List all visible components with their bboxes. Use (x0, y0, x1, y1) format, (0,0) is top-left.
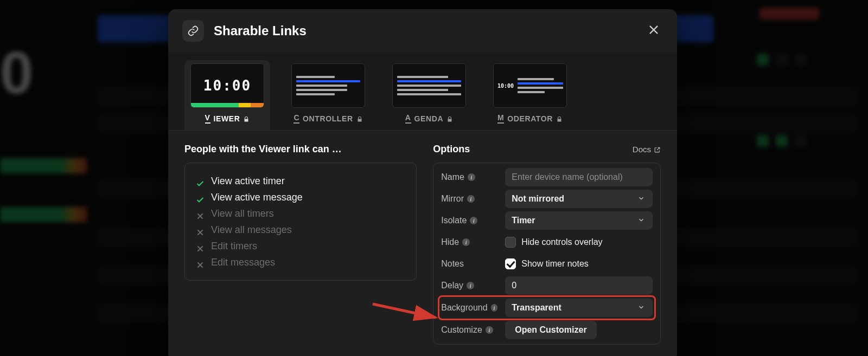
permission-item: View active message (196, 189, 405, 205)
info-icon[interactable]: i (470, 217, 477, 224)
option-name-row: Namei (441, 166, 653, 188)
x-icon (196, 225, 205, 234)
check-icon (196, 193, 205, 202)
notes-checkbox-label: Show timer notes (521, 259, 589, 269)
isolate-select[interactable]: Timer (505, 211, 653, 230)
chevron-down-icon (637, 216, 646, 225)
external-link-icon (654, 146, 661, 153)
sharable-links-modal: Sharable Links 10:00 VIEWER CONTROLLER (168, 9, 677, 356)
info-icon[interactable]: i (467, 195, 475, 203)
background-select[interactable]: Transparent (505, 299, 653, 317)
option-notes-row: Notes Show timer notes (441, 253, 653, 275)
link-type-tabs: 10:00 VIEWER CONTROLLER AGENDA 10:0 (168, 53, 677, 131)
option-background-row: Backgroundi Transparent (439, 296, 655, 319)
tab-viewer-thumb: 10:00 (190, 63, 264, 108)
chevron-down-icon (637, 303, 646, 312)
permission-item: Edit messages (196, 254, 405, 270)
permissions-list: View active timer View active message Vi… (184, 163, 417, 281)
lock-icon (556, 115, 563, 122)
tab-moderator[interactable]: 10:00 MODERATOR (487, 60, 573, 130)
docs-link[interactable]: Docs (633, 145, 661, 154)
permission-item: Edit timers (196, 238, 405, 254)
x-icon (196, 258, 205, 267)
modal-title: Sharable Links (214, 23, 307, 38)
tab-viewer[interactable]: 10:00 VIEWER (184, 60, 270, 130)
open-customizer-button[interactable]: Open Customizer (505, 321, 596, 339)
mirror-select[interactable]: Not mirrored (505, 190, 653, 208)
permission-item: View all timers (196, 205, 405, 222)
x-icon (196, 209, 205, 218)
info-icon[interactable]: i (467, 282, 474, 289)
info-icon[interactable]: i (486, 326, 493, 334)
info-icon[interactable]: i (462, 238, 470, 246)
delay-input[interactable] (505, 276, 653, 295)
options-form: Namei Mirrori Not mirrored Isolatei (433, 163, 661, 345)
options-header: Options Docs (433, 144, 661, 155)
lock-icon (446, 115, 453, 122)
tab-viewer-label: IEWER (214, 114, 240, 123)
option-isolate-row: Isolatei Timer (441, 210, 653, 231)
info-icon[interactable]: i (491, 304, 498, 312)
tab-moderator-thumb: 10:00 (493, 63, 567, 108)
lock-icon (356, 115, 363, 122)
tab-moderator-label: ODERATOR (507, 114, 553, 123)
option-customize-row: Customizei Open Customizer (441, 319, 653, 341)
permissions-header: People with the Viewer link can … (184, 144, 417, 155)
permission-item: View all messages (196, 222, 405, 238)
tab-controller[interactable]: CONTROLLER (285, 60, 371, 130)
tab-agenda[interactable]: AGENDA (386, 60, 472, 130)
name-input[interactable] (505, 168, 653, 186)
modal-header: Sharable Links (168, 9, 677, 53)
option-delay-row: Delayi (441, 275, 653, 296)
chevron-down-icon (637, 195, 646, 203)
hide-checkbox-label: Hide controls overlay (521, 237, 602, 247)
tab-agenda-label: GENDA (414, 114, 444, 123)
link-icon (182, 20, 204, 42)
hide-checkbox[interactable] (505, 237, 516, 248)
option-hide-row: Hidei Hide controls overlay (441, 231, 653, 253)
lock-icon (243, 115, 250, 122)
tab-controller-thumb (291, 63, 365, 108)
tab-agenda-thumb (392, 63, 466, 108)
option-mirror-row: Mirrori Not mirrored (441, 188, 653, 210)
permissions-column: People with the Viewer link can … View a… (184, 144, 417, 345)
options-column: Options Docs Namei Mirrori Not mirrored (433, 144, 661, 345)
x-icon (196, 242, 205, 250)
permission-item: View active timer (196, 173, 405, 189)
notes-checkbox[interactable] (505, 258, 516, 269)
info-icon[interactable]: i (468, 173, 475, 181)
close-button[interactable] (644, 21, 663, 41)
check-icon (196, 177, 205, 185)
tab-controller-label: ONTROLLER (303, 114, 353, 123)
